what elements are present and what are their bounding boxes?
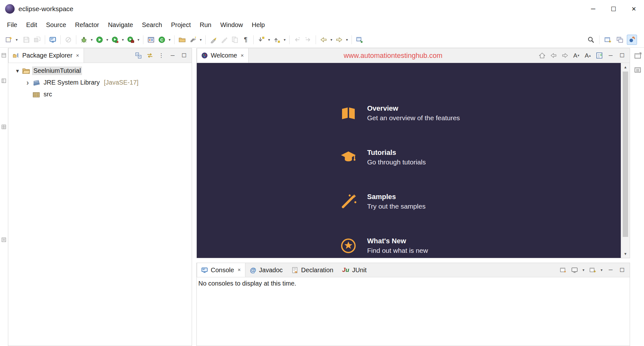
open-console-toolbar-button[interactable] [48,35,58,45]
debug-button[interactable] [79,35,89,45]
next-annotation-dropdown-arrow[interactable]: ▾ [267,38,271,42]
tree-item-jre[interactable]: › JRE System Library [JavaSE-17] [8,77,192,88]
tab-console[interactable]: Console × [197,263,245,277]
minimized-view-icon[interactable] [1,237,7,243]
coverage-button[interactable] [110,35,120,45]
edit-button[interactable] [219,35,229,45]
welcome-item-tutorials[interactable]: Tutorials Go through tutorials [340,149,460,166]
show-whitespace-button[interactable]: ¶ [241,35,251,45]
last-edit-location-button[interactable] [292,35,302,45]
next-annotation-button[interactable] [256,35,266,45]
tab-declaration[interactable]: Declaration [287,263,338,277]
project-label[interactable]: SeelniumTutorial [32,66,82,75]
scroll-up-icon[interactable]: ▲ [621,63,630,71]
coverage-dropdown-arrow[interactable]: ▾ [121,38,125,42]
enlarge-text-button[interactable]: A▴ [583,51,592,60]
new-class-button[interactable]: C [157,35,167,45]
search-button[interactable] [586,35,596,45]
maximize-view-button[interactable]: ☐ [618,51,627,60]
welcome-item-overview[interactable]: Overview Get an overview of the features [340,104,460,122]
welcome-forward-button[interactable] [560,51,569,60]
menu-run[interactable]: Run [195,19,216,31]
maximize-view-button[interactable]: ☐ [618,266,627,274]
welcome-item-title[interactable]: Overview [367,104,460,113]
collapse-all-button[interactable] [134,51,143,60]
menu-project[interactable]: Project [167,19,195,31]
minimized-view-icon[interactable] [1,78,7,84]
src-label[interactable]: src [42,90,53,99]
welcome-item-samples[interactable]: Samples Try out the samples [340,193,460,210]
welcome-item-whats-new[interactable]: What's New Find out what is new [340,237,460,254]
run-dropdown-arrow[interactable]: ▾ [105,38,109,42]
display-console-dropdown-arrow[interactable]: ▾ [581,268,586,272]
menu-search[interactable]: Search [138,19,167,31]
tab-package-explorer[interactable]: Package Explorer × [8,48,84,63]
previous-annotation-dropdown-arrow[interactable]: ▾ [283,38,287,42]
external-tools-button[interactable] [126,35,136,45]
customize-page-button[interactable] [595,51,604,60]
other-perspective-button[interactable] [615,35,625,45]
new-wizard-dropdown-arrow[interactable]: ▾ [15,38,19,42]
mark-occurrences-button[interactable] [208,35,218,45]
new-java-project-button[interactable] [146,35,156,45]
home-button[interactable] [538,51,546,60]
next-edit-location-button[interactable] [303,35,313,45]
minimize-button[interactable]: ─ [583,0,603,18]
welcome-item-title[interactable]: Tutorials [367,149,426,157]
chevron-collapsed-icon[interactable]: › [24,80,32,86]
minimized-view-icon[interactable] [1,52,7,58]
link-with-editor-button[interactable] [145,51,154,60]
menu-file[interactable]: File [3,19,22,31]
tab-junit[interactable]: Ju JUnit [338,263,371,277]
minimize-view-button[interactable]: ─ [606,51,615,60]
open-perspective-button[interactable] [603,35,613,45]
search-flashlight-button[interactable] [188,35,198,45]
scroll-down-icon[interactable]: ▼ [621,250,630,258]
close-tab-icon[interactable]: × [241,52,244,59]
tab-javadoc[interactable]: @ Javadoc [245,263,287,277]
new-class-dropdown-arrow[interactable]: ▾ [168,38,172,42]
debug-dropdown-arrow[interactable]: ▾ [90,38,94,42]
tree-item-project[interactable]: ▾ SeelniumTutorial [8,65,192,77]
maximize-view-button[interactable]: ☐ [180,51,188,60]
forward-button[interactable] [334,35,344,45]
scrollbar-thumb[interactable] [623,72,628,237]
welcome-scrollbar[interactable]: ▲ ▼ [621,63,630,258]
close-button[interactable]: × [624,0,644,18]
menu-source[interactable]: Source [42,19,71,31]
new-wizard-button[interactable] [4,35,14,45]
previous-annotation-button[interactable] [272,35,282,45]
external-tools-dropdown-arrow[interactable]: ▾ [136,38,140,42]
save-button[interactable] [21,35,31,45]
skip-breakpoints-button[interactable] [63,35,73,45]
menu-edit[interactable]: Edit [22,19,41,31]
tab-welcome[interactable]: Welcome × [197,48,249,63]
menu-window[interactable]: Window [216,19,247,31]
minimize-view-button[interactable]: ─ [606,266,615,274]
menu-refactor[interactable]: Refactor [71,19,104,31]
forward-dropdown-arrow[interactable]: ▾ [345,38,349,42]
chevron-expanded-icon[interactable]: ▾ [13,67,22,74]
minimized-view-icon[interactable] [1,124,7,130]
welcome-item-title[interactable]: What's New [367,237,428,245]
maximize-button[interactable]: ☐ [603,0,624,18]
tree-item-src[interactable]: src [8,88,192,100]
open-console-dropdown-arrow[interactable]: ▾ [599,268,604,272]
welcome-item-title[interactable]: Samples [367,193,426,201]
run-button[interactable] [94,35,105,45]
back-dropdown-arrow[interactable]: ▾ [329,38,333,42]
restore-view-icon[interactable] [634,66,642,74]
close-tab-icon[interactable]: × [237,267,241,273]
save-all-button[interactable] [32,35,42,45]
back-button[interactable] [319,35,329,45]
open-folder-button[interactable] [177,35,187,45]
display-console-button[interactable] [570,266,579,274]
menu-navigate[interactable]: Navigate [104,19,138,31]
copy-document-button[interactable] [230,35,240,45]
search-flashlight-dropdown-arrow[interactable]: ▾ [199,38,203,42]
menu-help[interactable]: Help [247,19,269,31]
pin-editor-button[interactable] [354,35,365,45]
jre-label[interactable]: JRE System Library [42,78,101,87]
minimize-view-button[interactable]: ─ [168,51,177,60]
reduce-text-button[interactable]: A▾ [572,51,581,60]
